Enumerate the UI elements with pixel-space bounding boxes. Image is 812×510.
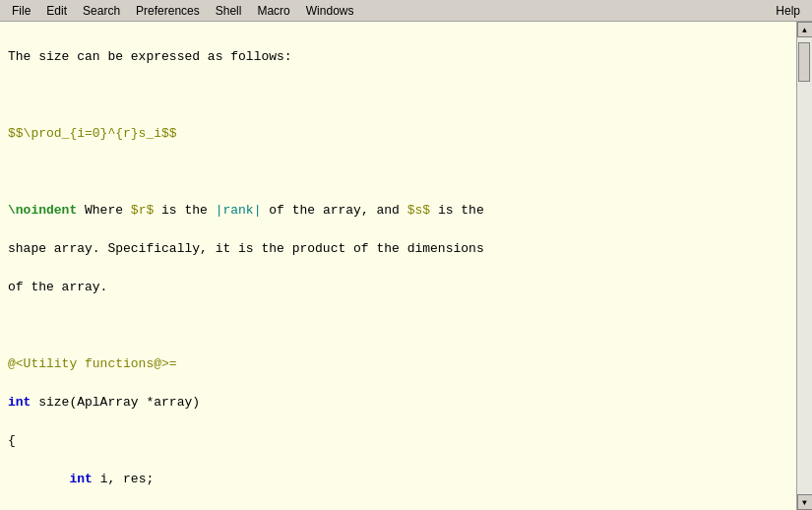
menubar: File Edit Search Preferences Shell Macro… <box>0 0 812 22</box>
line-1: The size can be expressed as follows: <box>8 47 788 67</box>
menu-file[interactable]: File <box>4 2 38 20</box>
menu-edit[interactable]: Edit <box>38 2 75 20</box>
menu-macro[interactable]: Macro <box>249 2 297 20</box>
editor-content[interactable]: The size can be expressed as follows: $$… <box>0 22 796 510</box>
line-2 <box>8 86 788 105</box>
scroll-down-button[interactable]: ▼ <box>797 494 813 510</box>
line-10: int size(AplArray *array) <box>8 393 788 413</box>
line-5: \noindent Where $r$ is the |rank| of the… <box>8 201 788 221</box>
menu-windows[interactable]: Windows <box>298 2 362 20</box>
line-11: { <box>8 431 788 451</box>
line-3: $$\prod_{i=0}^{r}s_i$$ <box>8 124 788 144</box>
line-8 <box>8 316 788 336</box>
menu-shell[interactable]: Shell <box>208 2 250 20</box>
line-6: shape array. Specifically, it is the pro… <box>8 239 788 259</box>
line-7: of the array. <box>8 278 788 297</box>
menu-preferences[interactable]: Preferences <box>128 2 208 20</box>
menu-help[interactable]: Help <box>768 2 808 20</box>
line-12: int i, res; <box>8 470 788 489</box>
line-9: @<Utility functions@>= <box>8 354 788 374</box>
editor-container: The size can be expressed as follows: $$… <box>0 22 812 510</box>
line-4 <box>8 162 788 182</box>
scroll-up-button[interactable]: ▲ <box>797 22 813 37</box>
scrollbar: ▲ ▼ <box>796 22 812 510</box>
menu-search[interactable]: Search <box>75 2 128 20</box>
scroll-thumb[interactable] <box>798 42 810 82</box>
scroll-track[interactable] <box>797 37 812 494</box>
